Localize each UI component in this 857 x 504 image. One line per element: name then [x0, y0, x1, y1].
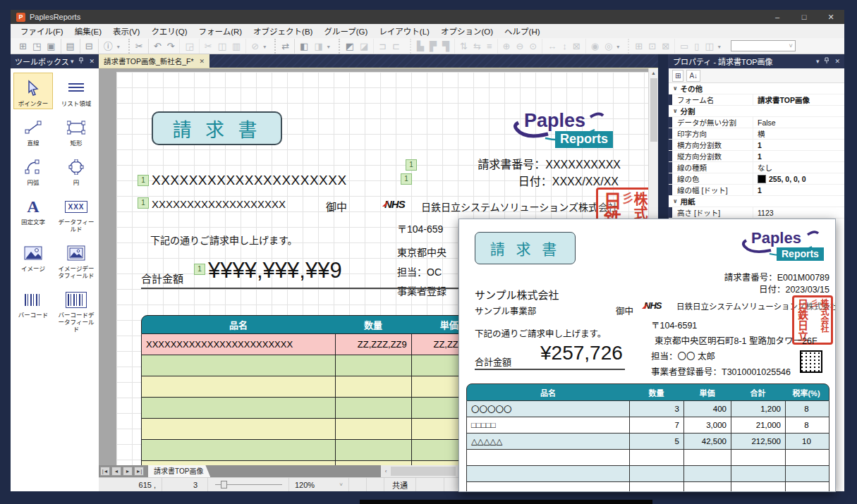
- close-button[interactable]: ✕: [818, 13, 844, 22]
- overflow-chevron[interactable]: ▾: [615, 41, 621, 54]
- next-sheet-button[interactable]: ►: [123, 467, 133, 476]
- total-amount-field[interactable]: ¥¥¥¥,¥¥¥,¥¥9: [208, 258, 342, 283]
- tool-image[interactable]: イメージ: [13, 238, 53, 281]
- open-form-icon[interactable]: ◳: [30, 39, 44, 54]
- data-query-icon[interactable]: ▤: [61, 39, 78, 54]
- last-sheet-button[interactable]: ►|: [134, 467, 144, 476]
- property-row[interactable]: 高さ [ドット]1123: [669, 207, 844, 219]
- chevron-down-icon[interactable]: ▾: [71, 58, 74, 65]
- menu-edit[interactable]: 編集(E): [69, 24, 107, 38]
- new-form-icon[interactable]: ⊞: [16, 39, 30, 54]
- tool-list-area[interactable]: リスト領域: [56, 73, 96, 109]
- copy-icon[interactable]: ◫: [215, 39, 229, 54]
- pin-icon[interactable]: [824, 57, 829, 66]
- distribute-v-icon[interactable]: ⇅: [454, 39, 470, 54]
- menu-group[interactable]: グループ(G): [318, 24, 373, 38]
- distribute-equal-icon[interactable]: ≡: [484, 39, 495, 54]
- tool-barcode[interactable]: バーコード: [13, 284, 53, 335]
- first-sheet-button[interactable]: |◄: [100, 467, 110, 476]
- print-icon[interactable]: ⊟: [80, 39, 96, 54]
- scroll-up-icon[interactable]: ▲: [649, 68, 658, 78]
- snap-grid-icon[interactable]: ◎: [602, 39, 615, 54]
- categorized-view-icon[interactable]: ⊞: [672, 70, 683, 82]
- customer-name-field[interactable]: XXXXXXXXXXXXXXXXXXXXX: [152, 173, 347, 188]
- revert-icon[interactable]: ◲: [179, 39, 196, 54]
- align-right-icon[interactable]: ▜: [439, 39, 452, 54]
- property-row[interactable]: 線の幅 [ドット]1: [669, 185, 844, 196]
- form-split-icon[interactable]: ✂: [128, 39, 146, 54]
- ungroup-icon[interactable]: ◪: [357, 39, 371, 54]
- scrollbar-thumb[interactable]: [391, 467, 456, 476]
- replace-field-icon[interactable]: ⇄: [274, 39, 292, 54]
- delete-list-icon[interactable]: ◨: [311, 39, 325, 54]
- menu-object[interactable]: オブジェクト(B): [248, 24, 318, 38]
- size-both-icon[interactable]: ⊠: [659, 39, 672, 54]
- close-icon[interactable]: ✕: [89, 58, 95, 65]
- property-category[interactable]: ∨その他: [669, 83, 844, 94]
- minimize-button[interactable]: –: [764, 13, 791, 22]
- redo-icon[interactable]: ↷: [164, 39, 178, 54]
- invoice-number-field[interactable]: 請求書番号：XXXXXXXXXX: [478, 155, 621, 172]
- menu-layout[interactable]: レイアウト(L): [373, 24, 435, 38]
- tool-pointer[interactable]: ポインター: [13, 73, 53, 109]
- sheet-tab[interactable]: 請求書TOP画像: [148, 465, 210, 477]
- info-icon[interactable]: ⓘ: [98, 39, 116, 54]
- overflow-chevron[interactable]: ▾: [262, 41, 267, 54]
- property-row[interactable]: データが無い分割False: [669, 117, 844, 128]
- fit-width-icon[interactable]: ▭: [674, 39, 691, 54]
- edit-list-icon[interactable]: ◧: [294, 39, 311, 54]
- tool-circle[interactable]: 円: [56, 152, 96, 188]
- sort-az-icon[interactable]: A↓: [686, 70, 700, 82]
- center-both-icon[interactable]: ⊙: [526, 39, 540, 54]
- tool-rectangle[interactable]: 矩形: [56, 112, 96, 149]
- customer-dept-field[interactable]: XXXXXXXXXXXXXXXXXXX: [152, 198, 286, 210]
- scrollbar-thumb[interactable]: [650, 78, 657, 142]
- menu-query[interactable]: クエリ(Q): [145, 24, 193, 38]
- chevron-down-icon[interactable]: ▾: [816, 58, 820, 65]
- size-height-icon[interactable]: ⊡: [645, 39, 659, 54]
- center-h-icon[interactable]: ⊕: [497, 39, 513, 54]
- maximize-button[interactable]: □: [791, 13, 818, 22]
- same-width-icon[interactable]: ↔: [542, 39, 559, 54]
- invoice-title-box[interactable]: 請 求 書: [152, 111, 282, 145]
- tool-arc[interactable]: 円弧: [13, 152, 53, 188]
- bring-front-icon[interactable]: ⊐: [373, 39, 389, 54]
- zoom-slider[interactable]: [208, 478, 289, 491]
- property-row[interactable]: 線の種類なし: [669, 162, 844, 173]
- size-width-icon[interactable]: ⊞: [628, 39, 645, 54]
- menu-file[interactable]: ファイル(F): [15, 24, 69, 38]
- group-icon[interactable]: ◩: [339, 39, 357, 54]
- tool-fixed-text[interactable]: A 固定文字: [13, 191, 53, 235]
- menu-help[interactable]: ヘルプ(H): [499, 24, 545, 38]
- property-row[interactable]: 横方向分割数1: [669, 140, 844, 151]
- undo-icon[interactable]: ↶: [148, 39, 164, 54]
- tool-image-data-field[interactable]: イメージデータフィールド: [56, 238, 96, 281]
- property-row[interactable]: 印字方向横: [669, 128, 844, 140]
- fit-both-icon[interactable]: ◫: [703, 39, 717, 54]
- same-height-icon[interactable]: ↕: [559, 39, 570, 54]
- cut-icon[interactable]: ✂: [199, 39, 215, 54]
- prev-sheet-button[interactable]: ◄: [111, 467, 121, 476]
- menu-view[interactable]: 表示(V): [107, 24, 145, 38]
- property-row[interactable]: 縦方向分割数1: [669, 151, 844, 162]
- property-category[interactable]: ∨分割: [669, 106, 844, 117]
- fit-grid-icon[interactable]: ◉: [585, 39, 602, 54]
- align-center-icon[interactable]: ▛: [427, 39, 439, 54]
- tab-close-icon[interactable]: ✕: [200, 58, 205, 65]
- fit-height-icon[interactable]: ▯: [691, 39, 702, 54]
- invoice-date-field[interactable]: 日付：XXXX/XX/XX: [518, 172, 619, 189]
- property-row[interactable]: 線の色255, 0, 0, 0: [669, 173, 844, 185]
- save-icon[interactable]: ▣: [44, 39, 58, 54]
- property-row[interactable]: フォーム名請求書TOP画像: [669, 94, 844, 106]
- scroll-left-icon[interactable]: ‹: [381, 468, 391, 474]
- zoom-select[interactable]: 120%˅: [289, 478, 349, 491]
- center-v-icon[interactable]: ⊖: [513, 39, 526, 54]
- document-tab[interactable]: 請求書TOP画像_新社名_F* ✕: [99, 54, 209, 68]
- same-size-icon[interactable]: ⊠: [570, 39, 583, 54]
- overflow-chevron[interactable]: ▾: [116, 41, 121, 54]
- pin-icon[interactable]: [78, 57, 84, 66]
- overflow-chevron[interactable]: ▾: [717, 41, 722, 54]
- toolbar-combobox[interactable]: ˅: [731, 40, 796, 51]
- property-category[interactable]: ∨用紙: [669, 196, 844, 207]
- close-icon[interactable]: ✕: [834, 58, 840, 65]
